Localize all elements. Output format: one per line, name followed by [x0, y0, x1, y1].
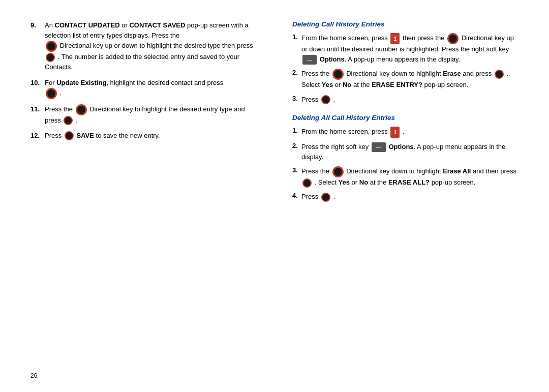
- step-10-bold: Update Existing: [56, 79, 106, 86]
- section-1-step-1-num: 1.: [292, 33, 301, 65]
- section-2-step-1-num: 1.: [292, 127, 301, 138]
- content-area: 9. An CONTACT UPDATED or CONTACT SAVED p…: [30, 20, 518, 377]
- select-icon-9: [46, 53, 55, 62]
- s2-step1-text: From the home screen, press: [301, 128, 389, 135]
- page: 9. An CONTACT UPDATED or CONTACT SAVED p…: [0, 0, 549, 392]
- section-2-step-3-num: 3.: [292, 166, 301, 188]
- step-10-text2: , highlight the desired contact and pres…: [106, 79, 223, 86]
- s2-step3-text1: Press the: [301, 168, 331, 175]
- step-12-text: Press: [45, 132, 64, 139]
- step-9: 9. An CONTACT UPDATED or CONTACT SAVED p…: [30, 20, 257, 73]
- step-9-text-an: An: [45, 21, 55, 29]
- s1-options-label: Options. A pop-up menu appears in the di…: [318, 55, 460, 63]
- s2-step4-period: .: [331, 193, 335, 200]
- section-2-step-2-num: 2.: [292, 142, 301, 162]
- step-9-text2: Directional key up or down to highlight …: [60, 42, 253, 50]
- section-2-step-2: 2. Press the right soft key — Options. A…: [292, 142, 518, 162]
- step-11-num: 11.: [30, 104, 45, 126]
- section-1-title: Deleting Call History Entries: [292, 20, 518, 28]
- section-1-steps: 1. From the home screen, press 1 then pr…: [292, 33, 518, 105]
- page-number: 26: [30, 372, 37, 379]
- select-icon-11: [64, 116, 73, 125]
- section-1-step-1: 1. From the home screen, press 1 then pr…: [292, 33, 518, 65]
- step-9-text3: . The number is added to the selected en…: [45, 53, 239, 71]
- step-10-content: For Update Existing, highlight the desir…: [45, 78, 257, 99]
- nav-icon-s1-2: [332, 69, 344, 80]
- step-11: 11. Press the Directional key to highlig…: [30, 104, 257, 126]
- nav-icon-s2-3: [332, 166, 344, 177]
- section-1-step-2-content: Press the Directional key down to highli…: [301, 69, 518, 90]
- section-2-steps: 1. From the home screen, press 1 . 2. Pr…: [292, 127, 518, 202]
- s2-step1-period: .: [401, 128, 404, 135]
- section-2-step-4: 4. Press .: [292, 192, 518, 202]
- nav-icon-s1-1: [447, 33, 459, 44]
- s2-step2-text1: Press the right soft key: [301, 143, 371, 150]
- step-11-content: Press the Directional key to highlight t…: [45, 104, 257, 126]
- step-9-num: 9.: [30, 20, 45, 73]
- step-9-bold2: CONTACT SAVED: [129, 21, 185, 29]
- section-2-step-1-content: From the home screen, press 1 .: [301, 127, 518, 138]
- options-soft-key-2: —: [372, 142, 386, 153]
- step-11-period: .: [74, 116, 77, 124]
- s2-step3-text2: Directional key down to highlight Erase …: [345, 168, 516, 175]
- section-delete-all-call-history: Deleting All Call History Entries 1. Fro…: [292, 114, 518, 202]
- section-2-step-3: 3. Press the Directional key down to hig…: [292, 166, 518, 188]
- s1-step3-period: .: [331, 96, 335, 103]
- step-9-bold1: CONTACT UPDATED: [55, 21, 120, 29]
- step-12-bold: SAVE to save the new entry.: [75, 132, 160, 139]
- section-1-step-3: 3. Press .: [292, 95, 518, 105]
- step-12-content: Press SAVE to save the new entry.: [45, 131, 257, 141]
- s2-step4-text: Press: [301, 193, 320, 200]
- right-column: Deleting Call History Entries 1. From th…: [287, 20, 518, 377]
- save-icon-12: [65, 131, 74, 140]
- select-icon-s1-3: [321, 95, 330, 104]
- section-2-step-1: 1. From the home screen, press 1 .: [292, 127, 518, 138]
- section-1-step-3-content: Press .: [301, 95, 518, 105]
- section-1-step-3-num: 3.: [292, 95, 301, 105]
- step-10-num: 10.: [30, 78, 45, 99]
- s1-step1-text2: then press the: [401, 34, 446, 42]
- s1-step2-text2: Directional key down to highlight Erase …: [345, 70, 494, 78]
- nav-icon-9: [46, 41, 57, 52]
- section-2-step-4-content: Press .: [301, 192, 518, 202]
- select-icon-s2-4: [321, 193, 330, 202]
- step-9-or: or: [120, 21, 130, 29]
- s1-step2-text1: Press the: [301, 70, 331, 78]
- select-icon-10: [46, 88, 57, 99]
- options-soft-key-1: —: [302, 55, 317, 65]
- step-10-text: For: [45, 79, 56, 86]
- step-12: 12. Press SAVE to save the new entry.: [30, 131, 257, 141]
- section-delete-call-history: Deleting Call History Entries 1. From th…: [292, 20, 518, 105]
- step-9-content: An CONTACT UPDATED or CONTACT SAVED pop-…: [45, 20, 257, 73]
- num-icon-2: 1: [390, 127, 400, 138]
- s1-step3-text: Press: [301, 96, 320, 103]
- step-11-text1: Press the: [45, 105, 75, 113]
- section-2-title: Deleting All Call History Entries: [292, 114, 518, 122]
- num-icon-1: 1: [390, 33, 400, 44]
- section-1-step-2: 2. Press the Directional key down to hig…: [292, 69, 518, 90]
- section-2-step-2-content: Press the right soft key — Options. A po…: [301, 142, 518, 162]
- section-2-step-4-num: 4.: [292, 192, 301, 202]
- section-1-step-2-num: 2.: [292, 69, 301, 90]
- s2-step3-text3: . Select Yes or No at the ERASE ALL? pop…: [313, 178, 475, 186]
- nav-icon-11: [76, 104, 87, 115]
- step-10-period: .: [58, 89, 62, 97]
- left-column: 9. An CONTACT UPDATED or CONTACT SAVED p…: [30, 20, 267, 377]
- s1-step1-text1: From the home screen, press: [301, 34, 389, 42]
- select-icon-s2-3: [302, 178, 312, 188]
- select-icon-s1-2: [495, 70, 504, 79]
- section-1-step-1-content: From the home screen, press 1 then press…: [301, 33, 518, 65]
- section-2-step-3-content: Press the Directional key down to highli…: [301, 166, 518, 188]
- step-10: 10. For Update Existing, highlight the d…: [30, 78, 257, 99]
- step-12-num: 12.: [30, 131, 45, 141]
